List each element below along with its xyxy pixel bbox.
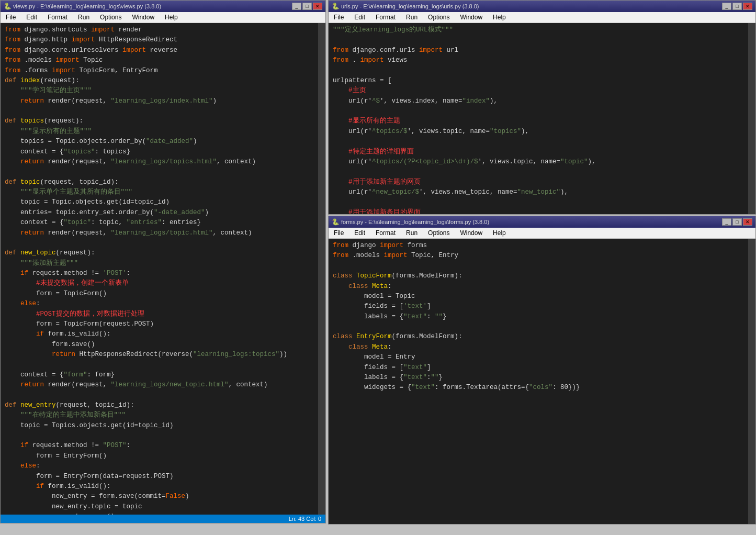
forms-window-icon: 🐍: [332, 218, 339, 226]
views-title-text: views.py - E:\a\learning_log\learning_lo…: [13, 3, 161, 9]
views-title-left: 🐍 views.py - E:\a\learning_log\learning_…: [4, 3, 161, 10]
forms-window: 🐍 forms.py - E:\a\learning_log\learning_…: [328, 216, 756, 525]
urls-menu-options[interactable]: Options: [425, 13, 453, 22]
forms-editor[interactable]: from django import forms from .models im…: [329, 239, 755, 524]
urls-window: 🐍 urls.py - E:\a\learning_log\learning_l…: [328, 0, 756, 215]
urls-menu-window[interactable]: Window: [457, 13, 486, 22]
views-menu-run[interactable]: Run: [75, 13, 93, 22]
views-status-bar: Ln: 43 Col: 0: [1, 515, 325, 523]
urls-title-left: 🐍 urls.py - E:\a\learning_log\learning_l…: [332, 3, 479, 10]
views-minimize-btn[interactable]: _: [292, 3, 301, 10]
forms-menu-run[interactable]: Run: [403, 228, 421, 238]
views-menu-options[interactable]: Options: [97, 13, 125, 22]
forms-menu-edit[interactable]: Edit: [351, 228, 368, 238]
urls-window-controls: _ □ ✕: [722, 3, 752, 10]
views-menu-window[interactable]: Window: [129, 13, 157, 22]
urls-menu-help[interactable]: Help: [490, 13, 509, 22]
forms-title-left: 🐍 forms.py - E:\a\learning_log\learning_…: [332, 218, 489, 226]
forms-title-text: forms.py - E:\a\learning_log\learning_lo…: [341, 219, 489, 225]
views-maximize-btn[interactable]: □: [302, 3, 312, 10]
urls-editor[interactable]: """定义learning_logs的URL模式""" from django.…: [329, 23, 755, 214]
forms-menu-options[interactable]: Options: [425, 228, 453, 238]
forms-menu-bar: File Edit Format Run Options Window Help: [329, 228, 755, 239]
views-close-btn[interactable]: ✕: [313, 3, 322, 10]
forms-menu-file[interactable]: File: [331, 228, 347, 238]
forms-window-controls: _ □ ✕: [722, 218, 752, 226]
views-menu-edit[interactable]: Edit: [23, 13, 40, 22]
views-editor[interactable]: from django.shortcuts import render from…: [1, 23, 325, 515]
views-scrollbar[interactable]: [318, 23, 325, 515]
urls-menu-file[interactable]: File: [331, 13, 347, 22]
urls-menu-format[interactable]: Format: [373, 13, 399, 22]
urls-menu-bar: File Edit Format Run Options Window Help: [329, 12, 755, 23]
forms-minimize-btn[interactable]: _: [722, 218, 731, 226]
urls-code: """定义learning_logs的URL模式""" from django.…: [329, 23, 755, 214]
views-code: from django.shortcuts import render from…: [1, 23, 325, 515]
urls-title-text: urls.py - E:\a\learning_log\learning_log…: [341, 3, 479, 9]
forms-title-bar: 🐍 forms.py - E:\a\learning_log\learning_…: [329, 216, 755, 228]
views-menu-format[interactable]: Format: [44, 13, 71, 22]
views-menu-help[interactable]: Help: [162, 13, 181, 22]
views-status-text: Ln: 43 Col: 0: [289, 516, 321, 522]
forms-scrollbar[interactable]: [748, 239, 755, 524]
urls-maximize-btn[interactable]: □: [732, 3, 742, 10]
forms-menu-window[interactable]: Window: [457, 228, 486, 238]
views-menu-file[interactable]: File: [3, 13, 19, 22]
urls-minimize-btn[interactable]: _: [722, 3, 731, 10]
views-title-bar: 🐍 views.py - E:\a\learning_log\learning_…: [1, 1, 325, 12]
urls-menu-edit[interactable]: Edit: [351, 13, 368, 22]
views-window-icon: 🐍: [4, 3, 11, 10]
urls-scrollbar[interactable]: [748, 23, 755, 214]
forms-menu-help[interactable]: Help: [490, 228, 509, 238]
urls-close-btn[interactable]: ✕: [743, 3, 752, 10]
views-window-controls: _ □ ✕: [292, 3, 322, 10]
urls-menu-run[interactable]: Run: [403, 13, 421, 22]
urls-window-icon: 🐍: [332, 3, 339, 10]
urls-title-bar: 🐍 urls.py - E:\a\learning_log\learning_l…: [329, 1, 755, 12]
views-menu-bar: File Edit Format Run Options Window Help: [1, 12, 325, 23]
views-window: 🐍 views.py - E:\a\learning_log\learning_…: [0, 0, 326, 523]
forms-close-btn[interactable]: ✕: [743, 218, 752, 226]
forms-code: from django import forms from .models im…: [329, 239, 755, 395]
forms-menu-format[interactable]: Format: [373, 228, 399, 238]
forms-maximize-btn[interactable]: □: [732, 218, 742, 226]
